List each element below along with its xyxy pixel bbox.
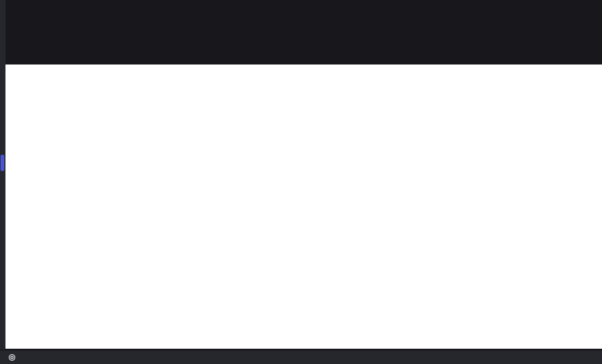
settings-gear-icon[interactable]: [7, 352, 17, 363]
chart-panel: [5, 64, 602, 284]
measurement-charts: [5, 64, 602, 284]
tab-bar: [5, 0, 602, 25]
gear-measurement-app: [0, 0, 602, 364]
thumbnail-strip: [5, 25, 602, 64]
dock-panel-handle[interactable]: [1, 155, 4, 171]
measurement-table-wrap: [5, 284, 602, 349]
status-bar: [0, 350, 602, 364]
